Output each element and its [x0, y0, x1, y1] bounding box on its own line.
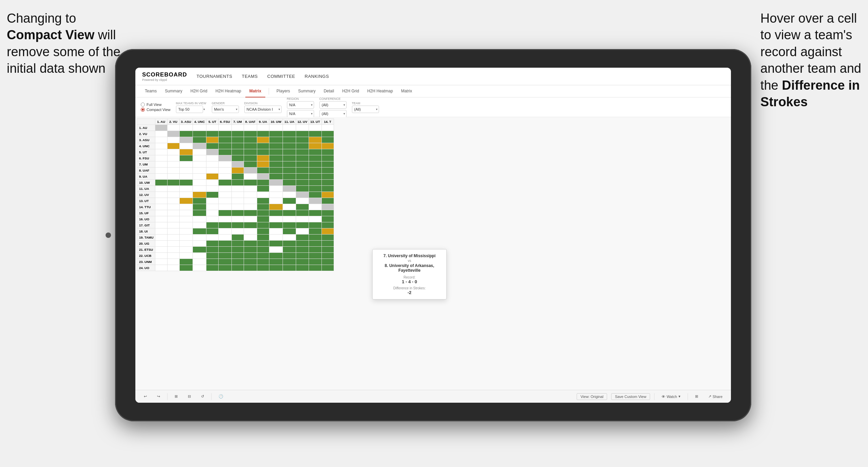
table-row[interactable]: 13. UT — [137, 198, 334, 204]
save-custom-button[interactable]: Save Custom View — [611, 393, 650, 400]
matrix-cell[interactable] — [155, 192, 167, 198]
matrix-cell[interactable] — [269, 174, 283, 180]
matrix-cell[interactable] — [257, 247, 269, 253]
table-row[interactable]: 23. UNM — [137, 259, 334, 265]
matrix-cell[interactable] — [321, 131, 334, 137]
matrix-cell[interactable] — [206, 174, 219, 180]
table-row[interactable]: 22. UCB — [137, 253, 334, 259]
matrix-cell[interactable] — [244, 259, 257, 265]
table-row[interactable]: 3. ASU — [137, 137, 334, 143]
matrix-cell[interactable] — [167, 259, 179, 265]
matrix-cell[interactable] — [167, 168, 179, 174]
matrix-cell[interactable] — [283, 125, 296, 131]
matrix-cell[interactable] — [219, 174, 232, 180]
matrix-cell[interactable] — [321, 259, 334, 265]
matrix-cell[interactable] — [219, 216, 232, 222]
matrix-cell[interactable] — [296, 174, 309, 180]
matrix-cell[interactable] — [257, 235, 269, 241]
matrix-cell[interactable] — [296, 143, 309, 149]
matrix-cell[interactable] — [244, 149, 257, 155]
matrix-cell[interactable] — [257, 180, 269, 186]
view-original-button[interactable]: View: Original — [577, 393, 607, 400]
matrix-cell[interactable] — [321, 143, 334, 149]
matrix-cell[interactable] — [206, 198, 219, 204]
region-select[interactable]: N/A — [287, 101, 314, 109]
matrix-cell[interactable] — [296, 210, 309, 216]
matrix-cell[interactable] — [219, 253, 232, 259]
table-row[interactable]: 12. UV — [137, 192, 334, 198]
matrix-cell[interactable] — [269, 216, 283, 222]
matrix-cell[interactable] — [283, 235, 296, 241]
matrix-cell[interactable] — [231, 186, 244, 192]
matrix-cell[interactable] — [296, 253, 309, 259]
matrix-cell[interactable] — [321, 180, 334, 186]
matrix-cell[interactable] — [219, 192, 232, 198]
matrix-cell[interactable] — [155, 198, 167, 204]
full-view-radio[interactable] — [141, 103, 145, 107]
matrix-cell[interactable] — [269, 222, 283, 228]
matrix-cell[interactable] — [321, 210, 334, 216]
matrix-cell[interactable] — [179, 235, 193, 241]
matrix-cell[interactable] — [179, 125, 193, 131]
matrix-cell[interactable] — [219, 168, 232, 174]
matrix-cell[interactable] — [179, 198, 193, 204]
matrix-cell[interactable] — [179, 204, 193, 210]
matrix-cell[interactable] — [206, 186, 219, 192]
matrix-cell[interactable] — [309, 192, 322, 198]
watch-button[interactable]: 👁 Watch ▾ — [659, 393, 684, 400]
nav-rankings[interactable]: RANKINGS — [305, 74, 329, 79]
matrix-cell[interactable] — [155, 247, 167, 253]
matrix-cell[interactable] — [193, 259, 206, 265]
matrix-cell[interactable] — [231, 253, 244, 259]
matrix-cell[interactable] — [193, 204, 206, 210]
matrix-cell[interactable] — [309, 216, 322, 222]
matrix-cell[interactable] — [206, 149, 219, 155]
matrix-cell[interactable] — [231, 247, 244, 253]
matrix-cell[interactable] — [179, 161, 193, 168]
matrix-cell[interactable] — [296, 204, 309, 210]
table-row[interactable]: 14. TTU — [137, 204, 334, 210]
matrix-cell[interactable] — [219, 235, 232, 241]
matrix-cell[interactable] — [309, 168, 322, 174]
matrix-cell[interactable] — [206, 265, 219, 271]
matrix-cell[interactable] — [193, 235, 206, 241]
matrix-cell[interactable] — [257, 216, 269, 222]
matrix-cell[interactable] — [257, 192, 269, 198]
nav-tournaments[interactable]: TOURNAMENTS — [197, 74, 232, 79]
matrix-cell[interactable] — [296, 247, 309, 253]
matrix-cell[interactable] — [206, 192, 219, 198]
matrix-cell[interactable] — [283, 228, 296, 235]
matrix-cell[interactable] — [309, 180, 322, 186]
matrix-cell[interactable] — [244, 143, 257, 149]
matrix-cell[interactable] — [321, 149, 334, 155]
matrix-cell[interactable] — [231, 143, 244, 149]
matrix-cell[interactable] — [179, 253, 193, 259]
compact-view-radio[interactable] — [141, 108, 145, 112]
matrix-cell[interactable] — [206, 259, 219, 265]
matrix-cell[interactable] — [296, 228, 309, 235]
matrix-cell[interactable] — [296, 241, 309, 247]
matrix-cell[interactable] — [244, 198, 257, 204]
matrix-cell[interactable] — [244, 155, 257, 161]
matrix-cell[interactable] — [257, 186, 269, 192]
matrix-cell[interactable] — [244, 180, 257, 186]
matrix-cell[interactable] — [179, 210, 193, 216]
matrix-cell[interactable] — [244, 210, 257, 216]
matrix-cell[interactable] — [231, 198, 244, 204]
matrix-cell[interactable] — [167, 143, 179, 149]
matrix-cell[interactable] — [321, 247, 334, 253]
matrix-cell[interactable] — [309, 161, 322, 168]
matrix-cell[interactable] — [269, 247, 283, 253]
matrix-cell[interactable] — [244, 131, 257, 137]
matrix-cell[interactable] — [167, 228, 179, 235]
matrix-cell[interactable] — [244, 125, 257, 131]
matrix-cell[interactable] — [219, 241, 232, 247]
matrix-cell[interactable] — [257, 259, 269, 265]
matrix-cell[interactable] — [219, 247, 232, 253]
matrix-cell[interactable] — [231, 174, 244, 180]
matrix-cell[interactable] — [257, 241, 269, 247]
matrix-cell[interactable] — [244, 253, 257, 259]
matrix-cell[interactable] — [155, 161, 167, 168]
matrix-cell[interactable] — [179, 131, 193, 137]
matrix-cell[interactable] — [257, 222, 269, 228]
